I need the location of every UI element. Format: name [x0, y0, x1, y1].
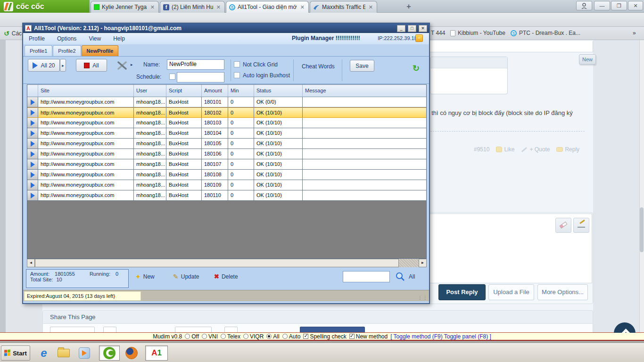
window-close-button[interactable]: ✕ — [419, 25, 427, 32]
row-play-button[interactable] — [27, 149, 38, 159]
browser-tab-facebook[interactable]: f (2) Liên Minh Huyền Thoại G ✕ — [160, 1, 225, 13]
taskbar-all1tool-button[interactable]: A1 — [145, 346, 168, 361]
delete-button[interactable]: ✖ Delete — [214, 273, 238, 280]
mudim-radio-off[interactable]: Off — [185, 333, 199, 340]
upload-file-button[interactable]: Upload a File — [488, 284, 534, 300]
table-row[interactable]: http://www.moneygroupbux.commhoang18...B… — [27, 159, 426, 170]
plugin-minimize-button[interactable]: − — [415, 34, 423, 42]
row-play-button[interactable] — [27, 139, 38, 148]
column-header[interactable]: User — [134, 85, 166, 97]
save-button[interactable]: Save — [350, 60, 374, 72]
table-row[interactable]: http://www.moneygroupbux.commhoang18...B… — [27, 118, 426, 128]
search-all-label[interactable]: All — [409, 273, 415, 280]
row-play-button[interactable] — [27, 170, 38, 180]
like-button[interactable]: Like — [496, 146, 514, 153]
stop-all-button[interactable]: All — [76, 59, 107, 72]
profile-person-button[interactable] — [576, 1, 592, 10]
row-play-button[interactable] — [27, 180, 38, 190]
search-input[interactable] — [343, 271, 390, 282]
mudim-radio-viqr[interactable]: VIQR — [243, 333, 264, 340]
bookmarks-overflow-button[interactable]: » — [633, 30, 636, 36]
quote-button[interactable]: + Quote — [521, 146, 550, 153]
page-scrollbar[interactable] — [639, 40, 644, 333]
mudim-check-spelling-check[interactable]: Spelling check — [303, 333, 346, 340]
row-play-button[interactable] — [27, 97, 38, 107]
menu-profile[interactable]: Profile — [29, 35, 45, 42]
mudim-radio-vni[interactable]: VNI — [202, 333, 218, 340]
row-play-button[interactable] — [27, 108, 38, 117]
cheat-words-link[interactable]: Cheat Words — [302, 63, 335, 70]
scrollbar-track[interactable] — [399, 259, 419, 267]
horizontal-scrollbar[interactable]: ◄ ► — [27, 259, 427, 267]
close-icon[interactable]: ✕ — [299, 4, 305, 10]
mudim-radio-all[interactable]: All — [266, 333, 279, 340]
menu-options[interactable]: Options — [57, 35, 76, 42]
window-maximize-button[interactable]: □ — [408, 25, 416, 32]
bookmark-kibbium[interactable]: Kibbium - YouTube — [450, 30, 505, 36]
update-button[interactable]: ✎ Update — [173, 273, 199, 280]
browser-tab-all1tool[interactable]: S All1Tool - Giao diện mới | Pa ✕ — [226, 1, 309, 13]
taskbar-explorer-icon[interactable] — [56, 346, 72, 361]
coccoc-logo[interactable]: cốc cốc — [0, 0, 90, 13]
close-icon[interactable]: ✕ — [215, 4, 222, 10]
row-play-button[interactable] — [27, 190, 38, 200]
table-row[interactable]: http://www.moneygroupbux.commhoang18...B… — [27, 128, 426, 139]
close-button[interactable]: ✕ — [628, 1, 643, 10]
close-icon[interactable]: ✕ — [368, 4, 374, 10]
taskbar-mediaplayer-icon[interactable] — [76, 346, 92, 361]
eraser-tool-button[interactable] — [555, 218, 571, 233]
scroll-right-arrow[interactable]: ► — [419, 259, 427, 267]
menu-view[interactable]: View — [89, 35, 101, 42]
browser-tab-maxxhits[interactable]: Maxxhits Traffic Exchange ✕ — [310, 1, 377, 13]
tools-dropdown-icon[interactable]: ▸ — [131, 62, 133, 67]
draft-tool-button[interactable] — [573, 218, 589, 233]
column-header[interactable]: Min — [228, 85, 254, 97]
minimize-button[interactable]: — — [594, 1, 610, 10]
bookmark-ptc[interactable]: S PTC - Dream-Bux . Ea... — [511, 30, 580, 36]
taskbar-firefox-icon[interactable] — [124, 346, 140, 361]
auto-login-checkbox[interactable] — [234, 72, 240, 78]
table-row[interactable]: http://www.moneygroupbux.commhoang18...B… — [27, 107, 426, 118]
not-click-grid-checkbox[interactable] — [234, 61, 240, 67]
start-button[interactable]: Start — [1, 346, 30, 361]
scroll-left-arrow[interactable]: ◄ — [27, 259, 35, 267]
mudim-check-new-method[interactable]: New method — [349, 333, 388, 340]
browser-tab-kylie[interactable]: Kylie Jenner Tyga Dance P1 ✕ — [91, 1, 159, 13]
profile-tab-newprofile[interactable]: NewProfile — [82, 45, 119, 56]
table-row[interactable]: http://www.moneygroupbux.commhoang18...B… — [27, 190, 426, 201]
new-tab-button[interactable]: + — [404, 2, 414, 11]
mudim-radio-telex[interactable]: Telex — [221, 333, 240, 340]
table-row[interactable]: http://www.moneygroupbux.commhoang18...B… — [27, 97, 426, 107]
more-options-button[interactable]: More Options... — [537, 284, 588, 300]
window-minimize-button[interactable]: _ — [397, 25, 405, 32]
menu-help[interactable]: Help — [113, 35, 125, 42]
row-play-button[interactable] — [27, 128, 38, 138]
profile-tab-profile1[interactable]: Profile1 — [25, 45, 52, 56]
taskbar-ie-icon[interactable]: e — [36, 346, 52, 361]
taskbar-coccoc-button[interactable] — [99, 346, 120, 361]
new-button[interactable]: ✦ New — [135, 273, 155, 280]
new-badge[interactable]: New — [579, 54, 596, 65]
reply-button[interactable]: Reply — [556, 146, 579, 153]
maximize-button[interactable]: ❐ — [611, 1, 627, 10]
search-magnifier-icon[interactable] — [396, 272, 405, 281]
scrollbar-thumb[interactable] — [35, 259, 399, 267]
table-row[interactable]: http://www.moneygroupbux.commhoang18...B… — [27, 170, 426, 180]
schedule-checkbox[interactable] — [169, 74, 175, 80]
column-header[interactable]: Message — [303, 85, 426, 97]
plugin-manager-label[interactable]: Plugin Manager !!!!!!!!!!!!! — [292, 35, 360, 41]
resize-grip[interactable]: ⋮⋮ — [418, 295, 428, 300]
schedule-input[interactable] — [177, 72, 224, 82]
table-row[interactable]: http://www.moneygroupbux.commhoang18...B… — [27, 180, 426, 190]
post-reply-button[interactable]: Post Reply — [438, 284, 486, 300]
mudim-radio-auto[interactable]: Auto — [282, 333, 301, 340]
run-all-dropdown[interactable]: ▸ — [60, 59, 66, 72]
row-play-button[interactable] — [27, 159, 38, 169]
column-header[interactable]: Site — [38, 85, 134, 97]
tools-wrench-icon[interactable] — [116, 60, 129, 71]
page-scrollbar-thumb[interactable] — [640, 207, 644, 252]
bookmark-cac[interactable]: ↺ Các — [4, 30, 22, 37]
column-header[interactable]: Amount — [202, 85, 228, 97]
column-header[interactable]: Script — [166, 85, 202, 97]
name-input[interactable]: NewProfile — [167, 59, 224, 70]
